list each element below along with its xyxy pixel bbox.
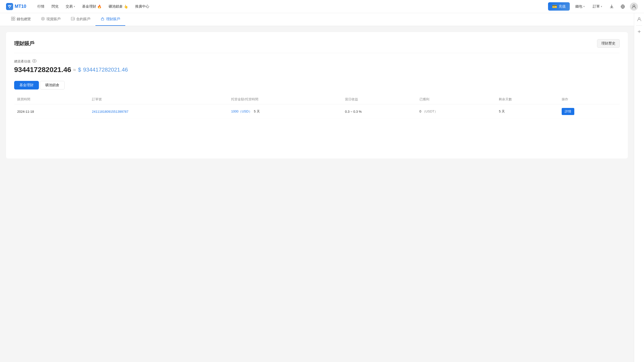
cell-earned: 0 （USDT）: [416, 104, 496, 119]
tab-mining[interactable]: 礦池鎖倉: [40, 81, 65, 89]
asset-usd-value: 934417282021.46: [83, 66, 128, 73]
logo-icon: [6, 3, 13, 10]
sub-nav-contract[interactable]: US 合約賬戶: [66, 13, 95, 26]
svg-rect-5: [11, 19, 13, 20]
history-button[interactable]: 理財歷史: [597, 39, 620, 48]
asset-value: 934417282021.46 ≈ $ 934417282021.46: [14, 66, 620, 74]
cell-remaining: 5 天: [496, 104, 559, 119]
sub-nav-wallet-overview[interactable]: 錢包總覽: [6, 13, 36, 26]
nav-market[interactable]: 行情: [34, 3, 47, 10]
svg-rect-4: [13, 17, 15, 18]
svg-point-8: [42, 18, 44, 19]
svg-rect-11: [101, 18, 104, 20]
custody-amount: 1000（USD）: [231, 109, 252, 113]
finance-table: 購買時間 訂單號 托管金額/托管時間 當日收益 已獲利 剩余天數 操作 2024…: [14, 95, 620, 119]
custody-days: 5 天: [254, 109, 260, 113]
user-avatar[interactable]: [630, 3, 638, 11]
tab-group: 基金理財 礦池鎖倉: [14, 81, 620, 89]
col-custody: 托管金額/托管時間: [228, 95, 342, 104]
nav-trade-arrow: ▾: [74, 5, 75, 8]
asset-approx-symbol: ≈: [73, 67, 76, 73]
svg-rect-3: [11, 17, 13, 18]
spot-icon: [41, 17, 45, 22]
navbar: MT10 行情 閃兌 交易 ▾ 基金理財 🔥 礦池鎖倉 👆 推廣中心 💳 充值: [0, 0, 644, 13]
content-card: 理財賬戶 理財歷史 總資產估值 934417282021.46 ≈ $ 9344…: [6, 32, 628, 159]
col-order-id: 訂單號: [89, 95, 228, 104]
nav-mining[interactable]: 礦池鎖倉 👆: [106, 3, 131, 10]
order-menu[interactable]: 訂單 ▾: [590, 3, 605, 10]
main-content: 理財賬戶 理財歷史 總資產估值 934417282021.46 ≈ $ 9344…: [0, 26, 634, 362]
right-panel-divider: [636, 25, 642, 26]
wallet-menu[interactable]: 錢包 ▾: [573, 3, 587, 10]
eye-icon[interactable]: [32, 59, 37, 64]
table-row: 2024-11-18 24111818091551399787 1000（USD…: [14, 104, 620, 119]
col-daily-income: 當日收益: [342, 95, 416, 104]
table-header: 購買時間 訂單號 托管金額/托管時間 當日收益 已獲利 剩余天數 操作: [14, 95, 620, 104]
col-action: 操作: [559, 95, 620, 104]
order-id-value: 24111818091551399787: [92, 110, 129, 114]
svg-rect-6: [13, 19, 15, 20]
right-panel-plus-icon[interactable]: [635, 28, 643, 36]
col-purchase-time: 購買時間: [14, 95, 89, 104]
wallet-overview-icon: [11, 17, 15, 22]
recharge-icon: 💳: [552, 4, 557, 9]
nav-flash[interactable]: 閃兌: [48, 3, 62, 10]
svg-point-7: [41, 17, 44, 20]
cell-custody: 1000（USD） 5 天: [228, 104, 342, 119]
nav-fund[interactable]: 基金理財 🔥: [79, 3, 105, 10]
nav-mining-emoji: 👆: [124, 5, 128, 9]
main-nav: 行情 閃兌 交易 ▾ 基金理財 🔥 礦池鎖倉 👆 推廣中心: [34, 3, 548, 10]
order-arrow: ▾: [601, 5, 602, 8]
recharge-button[interactable]: 💳 充值: [548, 2, 570, 11]
detail-button[interactable]: 詳情: [562, 108, 574, 115]
asset-primary-value: 934417282021.46: [14, 66, 71, 74]
svg-point-0: [9, 7, 10, 8]
cell-order-id: 24111818091551399787: [89, 104, 228, 119]
nav-promotion[interactable]: 推廣中心: [132, 3, 152, 10]
svg-text:US: US: [72, 18, 75, 20]
col-earned: 已獲利: [416, 95, 496, 104]
cell-purchase-time: 2024-11-18: [14, 104, 89, 119]
language-button[interactable]: [619, 3, 627, 11]
svg-point-14: [34, 60, 35, 62]
right-panel: [634, 13, 644, 362]
table-body: 2024-11-18 24111818091551399787 1000（USD…: [14, 104, 620, 119]
svg-point-13: [32, 59, 36, 62]
asset-label: 總資產估值: [14, 59, 620, 64]
page-title: 理財賬戶: [14, 40, 34, 47]
sub-nav-finance[interactable]: 理財賬戶: [95, 13, 125, 26]
download-button[interactable]: [608, 3, 616, 11]
earned-unit: （USDT）: [422, 109, 438, 113]
brand-logo[interactable]: MT10: [6, 3, 26, 10]
nav-trade[interactable]: 交易 ▾: [63, 3, 78, 10]
earned-value: 0: [419, 109, 421, 113]
asset-section: 總資產估值 934417282021.46 ≈ $ 934417282021.4…: [14, 59, 620, 74]
cell-action: 詳情: [559, 104, 620, 119]
wallet-arrow: ▾: [583, 5, 585, 8]
sub-nav-spot[interactable]: 現貨賬戶: [36, 13, 66, 26]
page-header: 理財賬戶 理財歷史: [14, 39, 620, 53]
nav-fund-emoji: 🔥: [97, 5, 102, 9]
finance-icon: [101, 17, 105, 22]
contract-icon: US: [71, 17, 75, 22]
col-remaining: 剩余天數: [496, 95, 559, 104]
asset-currency-sign: $: [78, 66, 81, 73]
navbar-right: 💳 充值 錢包 ▾ 訂單 ▾: [548, 2, 638, 11]
tab-fund[interactable]: 基金理財: [14, 81, 39, 89]
right-panel-user-icon[interactable]: [635, 15, 643, 23]
brand-name: MT10: [15, 4, 26, 9]
cell-daily-income: 0.3 ~ 0.3 %: [342, 104, 416, 119]
sub-navbar: 錢包總覽 現貨賬戶 US 合約賬戶 理財賬戶: [0, 13, 644, 26]
